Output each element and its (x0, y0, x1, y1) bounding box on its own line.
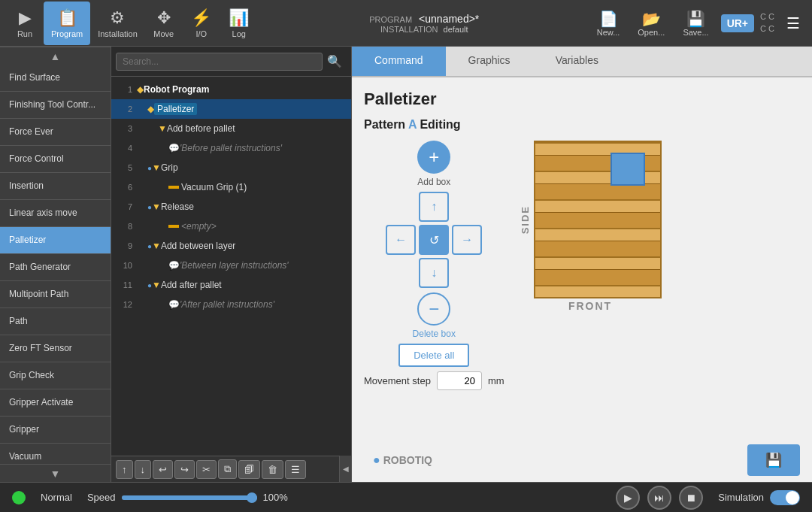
tree-search-input[interactable] (116, 53, 323, 71)
open-button[interactable]: 📂 Open... (632, 7, 671, 40)
installation-info: INSTALLATION default (258, 25, 591, 34)
toggle-thumb (786, 491, 799, 504)
paste-button[interactable]: 🗐 (238, 460, 260, 479)
delete-all-button[interactable]: Delete all (398, 344, 469, 367)
left-sidebar: ▲ Find Surface Finishing Tool Contr... F… (0, 47, 111, 482)
sidebar-item-path[interactable]: Path (0, 308, 111, 335)
delete-box-button[interactable]: − (417, 292, 450, 326)
pattern-label: Pattern A Editing (364, 118, 461, 132)
tree-row-icon: ▼ (152, 280, 161, 290)
move-down-button[interactable]: ↓ (135, 460, 152, 479)
palletizer-title: Palletizer (364, 89, 800, 109)
io-icon: ⚡ (191, 8, 211, 28)
sidebar-item-force-control[interactable]: Force Control (0, 146, 111, 173)
tree-row[interactable]: 5 ● ▼ Grip (111, 158, 351, 177)
installation-icon: ⚙ (110, 8, 125, 28)
play-button[interactable]: ▶ (616, 486, 640, 510)
tree-row[interactable]: 9 ● ▼ Add between layer (111, 236, 351, 256)
nav-left-button[interactable]: ← (386, 225, 416, 255)
movement-step-input[interactable] (437, 371, 482, 390)
sidebar-item-palletizer[interactable]: Palletizer (0, 227, 111, 254)
content-tabs: Command Graphics Variables (352, 47, 812, 77)
cc-block: C CC C (760, 11, 774, 35)
sidebar-item-vacuum[interactable]: Vacuum (0, 444, 111, 464)
delete-button[interactable]: 🗑 (262, 460, 283, 479)
tree-row[interactable]: 7 ● ▼ Release (111, 197, 351, 217)
toolbar-btn-installation[interactable]: ⚙ Installation (90, 2, 145, 45)
navigation-grid: ↑ ← ↺ → ↓ (386, 192, 482, 288)
cut-button[interactable]: ✂ (196, 460, 217, 479)
pallet-slat (535, 199, 660, 213)
save-button-toolbar[interactable]: 💾 Save... (677, 7, 714, 40)
save-icon-toolbar: 💾 (686, 10, 705, 28)
panel-collapse-handle[interactable]: ◀ (339, 456, 351, 482)
tree-row[interactable]: 1 ◆ Robot Program (111, 80, 351, 99)
speed-slider[interactable] (122, 495, 257, 500)
movement-step-area: Movement step mm (364, 371, 504, 390)
tree-row-icon: ▼ (152, 162, 161, 173)
sidebar-scroll-up[interactable]: ▲ (0, 47, 111, 65)
content-panel: Command Graphics Variables Palletizer Pa… (352, 47, 812, 482)
add-box-button[interactable]: + (417, 141, 450, 174)
log-label: Log (232, 29, 246, 38)
sidebar-item-zero-ft-sensor[interactable]: Zero FT Sensor (0, 335, 111, 362)
toolbar-btn-io[interactable]: ⚡ I/O (183, 2, 220, 45)
tree-row[interactable]: 2 ◆ Palletizer (111, 99, 351, 119)
copy-button[interactable]: ⧉ (218, 459, 237, 479)
tree-row[interactable]: 8 <empty> (111, 217, 351, 236)
search-button[interactable]: 🔍 (323, 51, 347, 71)
move-up-button[interactable]: ↑ (116, 460, 133, 479)
hamburger-menu[interactable]: ☰ (780, 14, 806, 32)
sidebar-item-gripper-activate[interactable]: Gripper Activate (0, 389, 111, 417)
sidebar-item-linear-axis-move[interactable]: Linear axis move (0, 200, 111, 227)
tab-command[interactable]: Command (352, 47, 446, 76)
sidebar-scroll-down[interactable]: ▼ (0, 464, 111, 482)
bottom-content-bar: ● ROBOTIQ 💾 (352, 441, 812, 482)
tab-variables[interactable]: Variables (533, 47, 621, 76)
toolbar-btn-log[interactable]: 📊 Log (220, 2, 258, 45)
toolbar-btn-run[interactable]: ▶ Run (6, 2, 44, 45)
nav-rotate-button[interactable]: ↺ (419, 225, 449, 255)
sidebar-item-gripper[interactable]: Gripper (0, 417, 111, 444)
tree-row[interactable]: 10 💬 'Between layer instructions' (111, 256, 351, 275)
save-button[interactable]: 💾 (747, 444, 800, 476)
tree-row[interactable]: 12 💬 'After pallet instructions' (111, 295, 351, 314)
toolbar-btn-move[interactable]: ✥ Move (145, 2, 183, 45)
palletizer-content: Palletizer Pattern A Editing + Add box (352, 77, 812, 441)
sidebar-item-path-generator[interactable]: Path Generator (0, 254, 111, 281)
nav-right-button[interactable]: → (452, 225, 482, 255)
pallet-box (611, 153, 645, 186)
tree-row[interactable]: 6 Vacuum Grip (1) (111, 177, 351, 197)
sidebar-item-multipoint-path[interactable]: Multipoint Path (0, 281, 111, 308)
ur-plus-logo: UR+ (721, 14, 754, 32)
nav-down-button[interactable]: ↓ (419, 258, 449, 288)
simulation-toggle[interactable] (770, 490, 800, 505)
redo-button[interactable]: ↪ (174, 460, 195, 479)
tree-panel: 🔍 1 ◆ Robot Program 2 ◆ Palletizer 3 ▼ (111, 47, 352, 482)
sidebar-item-insertion[interactable]: Insertion (0, 173, 111, 200)
program-label-text: PROGRAM <unnamed>* (258, 13, 591, 25)
nav-up-button[interactable]: ↑ (419, 192, 449, 222)
sidebar-item-force-ever[interactable]: Force Ever (0, 119, 111, 146)
main-layout: ▲ Find Surface Finishing Tool Contr... F… (0, 47, 812, 482)
sidebar-item-find-surface[interactable]: Find Surface (0, 65, 111, 92)
toolbar-right: 📄 New... 📂 Open... 💾 Save... UR+ C CC C … (591, 7, 806, 40)
tree-row[interactable]: 11 ● ▼ Add after pallet (111, 275, 351, 295)
tree-row[interactable]: 3 ▼ Add before pallet (111, 119, 351, 138)
tab-graphics[interactable]: Graphics (446, 47, 533, 76)
undo-button[interactable]: ↩ (153, 460, 173, 479)
expand-button[interactable]: ☰ (285, 460, 306, 479)
stop-button[interactable]: ⏹ (679, 486, 703, 510)
step-button[interactable]: ⏭ (647, 486, 671, 510)
toolbar-btn-program[interactable]: 📋 Program (44, 2, 90, 45)
pallet-container: SIDE (520, 141, 662, 298)
tree-search-bar: 🔍 (111, 47, 351, 77)
tree-row[interactable]: 4 💬 'Before pallet instructions' (111, 138, 351, 158)
new-button[interactable]: 📄 New... (591, 7, 626, 40)
tree-bottom-toolbar: ↑ ↓ ↩ ↪ ✂ ⧉ 🗐 🗑 ☰ (111, 456, 339, 482)
tree-bottom-area: ↑ ↓ ↩ ↪ ✂ ⧉ 🗐 🗑 ☰ ◀ (111, 456, 351, 482)
delete-box-label: Delete box (413, 329, 456, 339)
sidebar-item-finishing-tool-control[interactable]: Finishing Tool Contr... (0, 92, 111, 119)
sidebar-item-grip-check[interactable]: Grip Check (0, 362, 111, 389)
sidebar-scroll-area: Find Surface Finishing Tool Contr... For… (0, 65, 111, 464)
